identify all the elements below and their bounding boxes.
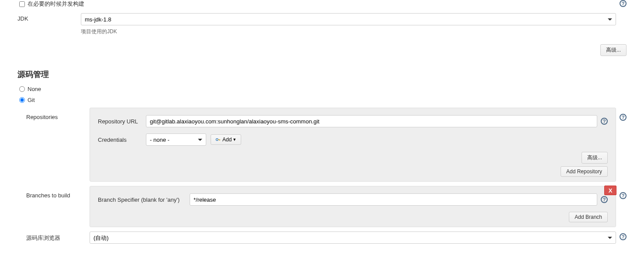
help-icon[interactable]: ? [620, 233, 627, 240]
scm-none-radio[interactable] [19, 86, 25, 92]
add-credentials-label: Add [222, 137, 232, 143]
help-icon[interactable]: ? [620, 192, 627, 199]
help-icon[interactable]: ? [601, 118, 608, 125]
concurrent-build-label: 在必要的时候并发构建 [28, 0, 84, 8]
scm-git-row: Git [17, 97, 627, 103]
branches-label: Branches to build [26, 186, 90, 199]
credentials-select[interactable]: - none - [146, 133, 206, 146]
concurrent-build-row: 在必要的时候并发构建 [17, 0, 616, 8]
repositories-panel: Repository URL ? Credentials - none - [90, 108, 616, 182]
branch-specifier-label: Branch Specifier (blank for 'any') [98, 196, 190, 203]
add-branch-button[interactable]: Add Branch [569, 212, 608, 222]
scm-none-row: None [17, 86, 627, 92]
repo-advanced-button[interactable]: 高级... [582, 152, 608, 164]
help-icon[interactable]: ? [620, 114, 627, 121]
concurrent-build-checkbox[interactable] [19, 1, 25, 7]
key-icon [215, 137, 221, 142]
credentials-label: Credentials [98, 137, 146, 143]
repo-browser-label: 源码库浏览器 [26, 231, 90, 242]
add-repository-button[interactable]: Add Repository [561, 166, 608, 177]
jdk-help-text: 项目使用的JDK [81, 28, 616, 35]
scm-git-label: Git [28, 97, 35, 103]
repo-url-input[interactable] [146, 115, 597, 127]
scm-none-label: None [28, 86, 41, 92]
jdk-select[interactable]: ms-jdk-1.8 [81, 13, 616, 25]
repo-browser-select[interactable]: (自动) [90, 231, 616, 244]
jdk-label: JDK [17, 13, 81, 22]
scm-git-radio[interactable] [19, 97, 25, 103]
add-credentials-button[interactable]: Add▼ [211, 134, 241, 145]
jdk-advanced-button[interactable]: 高级... [600, 44, 627, 56]
scm-section-title: 源码管理 [17, 69, 627, 80]
svg-point-0 [216, 139, 218, 141]
repositories-label: Repositories [26, 108, 90, 120]
chevron-down-icon: ▼ [232, 137, 236, 142]
repo-url-label: Repository URL [98, 118, 146, 125]
delete-branch-button[interactable]: X [604, 186, 616, 195]
help-icon[interactable]: ? [601, 196, 608, 203]
branch-specifier-input[interactable] [190, 193, 597, 206]
help-icon[interactable]: ? [620, 0, 627, 7]
branches-panel: X Branch Specifier (blank for 'any') ? A… [90, 186, 616, 227]
